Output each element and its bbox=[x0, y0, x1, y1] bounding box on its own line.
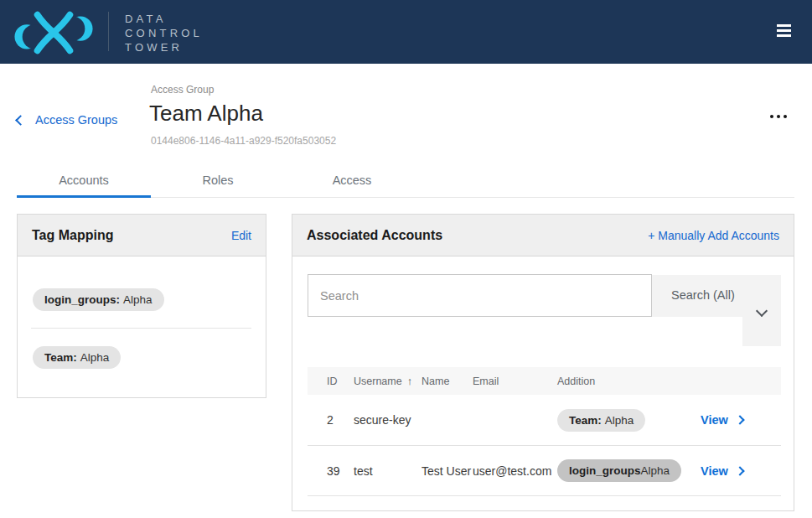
tab-roles[interactable]: Roles bbox=[151, 167, 285, 197]
cell-email: user@test.com bbox=[473, 464, 557, 478]
table-row: 39 test Test User user@test.com login_gr… bbox=[308, 446, 781, 496]
access-group-id: 0144e806-1146-4a11-a929-f520fa503052 bbox=[151, 135, 336, 147]
hamburger-bar bbox=[777, 29, 791, 32]
tag-value: Alpha bbox=[641, 464, 670, 477]
search-scope-selected-value: Search (All) bbox=[671, 288, 735, 302]
associated-accounts-card: Associated Accounts + Manually Add Accou… bbox=[292, 214, 794, 511]
more-options-icon[interactable] bbox=[767, 111, 790, 122]
tag-value: Alpha bbox=[123, 293, 153, 306]
accounts-table: ID Username ↑ Name Email Addition 2 secu… bbox=[308, 367, 781, 496]
breadcrumb: Access Group bbox=[151, 84, 214, 96]
app-title: DATA CONTROL TOWER bbox=[125, 12, 203, 54]
view-account-link[interactable]: View bbox=[701, 413, 743, 427]
tab-bar: Accounts Roles Access bbox=[17, 167, 794, 198]
app-title-line: CONTROL bbox=[125, 26, 203, 40]
sort-ascending-icon: ↑ bbox=[407, 375, 413, 387]
tag-pill: login_groups: Alpha bbox=[33, 288, 164, 311]
accounts-table-header: ID Username ↑ Name Email Addition bbox=[308, 367, 781, 395]
tab-accounts[interactable]: Accounts bbox=[17, 167, 151, 197]
column-header-email[interactable]: Email bbox=[473, 376, 557, 387]
tag-mapping-title: Tag Mapping bbox=[32, 228, 113, 243]
tag-key: login_groups: bbox=[44, 293, 120, 306]
chevron-left-icon bbox=[15, 115, 26, 126]
tag-key: Team: bbox=[44, 351, 77, 364]
table-row: 2 secure-key Team: Alpha View bbox=[308, 395, 781, 446]
top-navbar: DATA CONTROL TOWER bbox=[0, 0, 812, 64]
view-account-link[interactable]: View bbox=[701, 464, 743, 478]
hamburger-bar bbox=[777, 34, 791, 37]
search-input[interactable] bbox=[308, 274, 652, 317]
cell-username: secure-key bbox=[354, 413, 422, 427]
tag-pill: Team: Alpha bbox=[557, 409, 645, 432]
cell-addition: login_groups Alpha bbox=[557, 459, 701, 482]
tag-mapping-card: Tag Mapping Edit login_groups: Alpha Tea… bbox=[17, 214, 266, 398]
app-title-line: DATA bbox=[125, 12, 203, 26]
column-header-username-label: Username bbox=[354, 376, 402, 387]
associated-accounts-title: Associated Accounts bbox=[307, 228, 442, 243]
page-title: Team Alpha bbox=[149, 101, 263, 127]
search-scope-dropdown-extension bbox=[742, 317, 781, 346]
dot bbox=[784, 115, 787, 118]
cell-name: Test User bbox=[422, 464, 473, 478]
cell-username: test bbox=[354, 464, 422, 478]
dot bbox=[777, 115, 780, 118]
tag-mapping-header: Tag Mapping Edit bbox=[18, 215, 266, 256]
hamburger-bar bbox=[777, 24, 791, 27]
edit-tags-link[interactable]: Edit bbox=[231, 229, 251, 242]
tag-pill: login_groups Alpha bbox=[557, 459, 681, 482]
tag-key: login_groups bbox=[569, 464, 641, 477]
view-label: View bbox=[701, 413, 728, 427]
delphix-logo-icon bbox=[12, 6, 96, 60]
column-header-name[interactable]: Name bbox=[422, 376, 473, 387]
associated-accounts-header: Associated Accounts + Manually Add Accou… bbox=[292, 215, 794, 256]
cell-id: 39 bbox=[327, 464, 354, 478]
cell-action: View bbox=[701, 464, 781, 478]
tag-divider bbox=[31, 328, 251, 329]
tag-value: Alpha bbox=[605, 414, 634, 427]
view-label: View bbox=[701, 464, 728, 478]
tag-value: Alpha bbox=[80, 351, 110, 364]
tab-access[interactable]: Access bbox=[285, 167, 419, 197]
app-title-line: TOWER bbox=[125, 40, 203, 54]
chevron-right-icon bbox=[735, 415, 744, 424]
back-link-label: Access Groups bbox=[35, 113, 117, 127]
cell-addition: Team: Alpha bbox=[557, 409, 701, 432]
manually-add-accounts-link[interactable]: + Manually Add Accounts bbox=[648, 229, 779, 242]
tag-pill: Team: Alpha bbox=[33, 346, 121, 369]
cell-action: View bbox=[701, 413, 781, 427]
tag-key: Team: bbox=[569, 414, 602, 427]
column-header-addition[interactable]: Addition bbox=[557, 376, 701, 387]
chevron-right-icon bbox=[735, 466, 744, 475]
back-to-access-groups-link[interactable]: Access Groups bbox=[17, 113, 117, 127]
column-header-username[interactable]: Username ↑ bbox=[354, 375, 422, 387]
search-scope-dropdown[interactable]: Search (All) bbox=[652, 275, 781, 317]
dot bbox=[770, 115, 773, 118]
logo-divider bbox=[108, 12, 109, 51]
cell-id: 2 bbox=[327, 413, 354, 427]
hamburger-menu-icon[interactable] bbox=[777, 24, 792, 39]
column-header-id[interactable]: ID bbox=[327, 376, 354, 387]
